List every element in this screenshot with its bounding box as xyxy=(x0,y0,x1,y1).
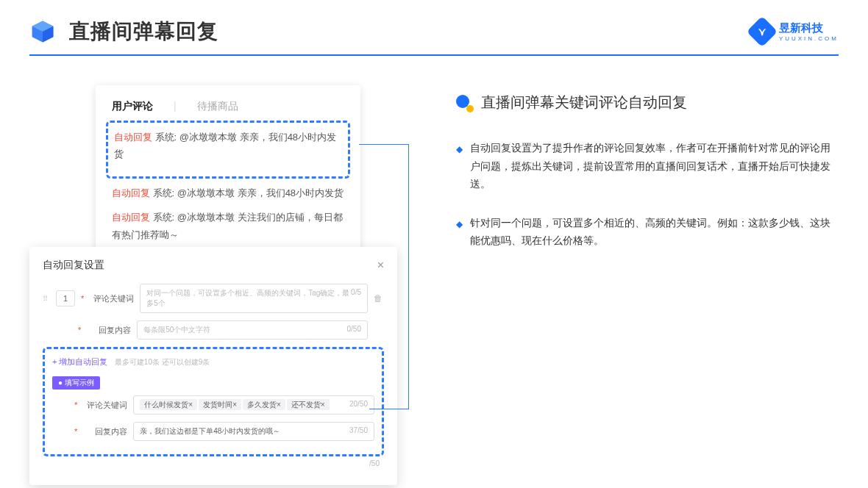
highlighted-comment: 自动回复 系统: @冰墩墩本墩 亲亲，我们48小时内发货 xyxy=(106,121,350,179)
diamond-icon: ◆ xyxy=(456,217,463,250)
index-box: 1 xyxy=(56,290,75,306)
brand-logo: ⋎ 昱新科技 YUUXIN.COM xyxy=(751,21,839,43)
comment-item: 自动回复 系统: @冰墩墩本墩 亲亲，我们48小时内发货 xyxy=(112,184,344,201)
example-keyword-input[interactable]: 什么时候发货×发货时间×多久发货×还不发货× 20/50 xyxy=(133,395,374,415)
page-title: 直播间弹幕回复 xyxy=(69,18,218,46)
content-input[interactable]: 每条限50个中文字符0/50 xyxy=(137,320,368,340)
content-label: 回复内容 xyxy=(87,325,131,336)
bullet-item: ◆ 自动回复设置为了提升作者的评论回复效率，作者可在开播前针对常见的评论用户问题… xyxy=(456,139,839,193)
cube-icon xyxy=(29,18,56,45)
drag-icon[interactable]: ⠿ xyxy=(43,295,50,303)
settings-card: 自动回复设置 × ⠿ 1 * 评论关键词 对同一个问题，可设置多个相近、高频的关… xyxy=(29,247,397,485)
keyword-input[interactable]: 对同一个问题，可设置多个相近、高频的关键词，Tag确定，最多5个0/5 xyxy=(140,284,368,313)
keyword-label: 评论关键词 xyxy=(90,293,134,304)
sub-title: 直播间弹幕关键词评论自动回复 xyxy=(481,93,687,112)
diamond-icon: ◆ xyxy=(456,142,463,193)
tab-products[interactable]: 待播商品 xyxy=(197,100,238,113)
example-box: + 增加自动回复 最多可建10条 还可以创建9条 ● 填写示例 * 评论关键词 … xyxy=(43,347,384,456)
settings-title: 自动回复设置 xyxy=(43,259,104,272)
bullet-dot-icon xyxy=(456,95,472,111)
connector-line xyxy=(359,144,409,145)
comment-item: 自动回复 系统: @冰墩墩本墩 关注我们的店铺，每日都有热门推荐呦～ xyxy=(112,209,344,243)
header: 直播间弹幕回复 xyxy=(0,0,868,54)
tab-user-comments[interactable]: 用户评论 xyxy=(112,100,153,113)
description-panel: 直播间弹幕关键词评论自动回复 ◆ 自动回复设置为了提升作者的评论回复效率，作者可… xyxy=(412,85,839,270)
screenshot-panel: 用户评论 | 待播商品 自动回复 系统: @冰墩墩本墩 亲亲，我们48小时内发货… xyxy=(29,85,412,270)
connector-line xyxy=(369,409,409,409)
example-content-input[interactable]: 亲，我们这边都是下单48小时内发货的哦～ 37/50 xyxy=(133,422,374,441)
connector-line xyxy=(365,144,409,409)
brand-name: 昱新科技 xyxy=(779,21,839,35)
bullet-item: ◆ 针对同一个问题，可设置多个相近的、高频的关键词。例如：这款多少钱、这块能优惠… xyxy=(456,214,839,250)
example-badge: ● 填写示例 xyxy=(52,376,100,390)
add-hint: 最多可建10条 还可以创建9条 xyxy=(115,358,210,366)
tag-chip[interactable]: 发货时间× xyxy=(199,399,241,410)
brand-sub: YUUXIN.COM xyxy=(779,35,839,42)
tail-count: /50 xyxy=(43,456,384,467)
tag-chip[interactable]: 多久发货× xyxy=(243,399,285,410)
tag-chip[interactable]: 什么时候发货× xyxy=(140,399,197,410)
tag-chip[interactable]: 还不发货× xyxy=(287,399,330,410)
brand-icon: ⋎ xyxy=(747,16,778,47)
add-reply-link[interactable]: + 增加自动回复 xyxy=(52,356,107,367)
